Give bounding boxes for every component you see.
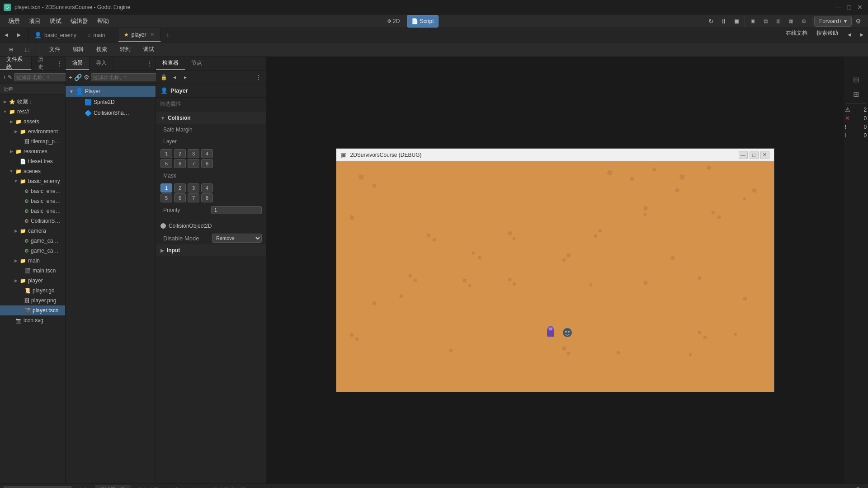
edit-file-btn[interactable]: 在线文档 — [781, 28, 812, 42]
mode-2d-btn[interactable]: ✥ 2D — [380, 15, 407, 28]
menu-help[interactable]: 帮助 — [93, 15, 113, 27]
input-section-header[interactable]: ▶ Input — [156, 244, 266, 256]
mask-btn-3[interactable]: 3 — [188, 183, 199, 192]
tree-collision-s[interactable]: ⚙ CollisionS… — [0, 216, 65, 226]
tree-player-png[interactable]: 🖼 player.png — [0, 296, 65, 305]
tree-icon-svg[interactable]: 📷 icon.svg — [0, 315, 65, 325]
scene-add-link-btn[interactable]: 🔗 — [74, 71, 82, 84]
mask-btn-2[interactable]: 2 — [174, 183, 186, 192]
menu-search-btn[interactable]: 搜索 — [92, 44, 112, 55]
tree-basic-ene3[interactable]: ⚙ basic_ene… — [0, 206, 65, 216]
layer-btn-7[interactable]: 7 — [188, 159, 199, 168]
inspector-filter-input[interactable] — [160, 101, 263, 107]
run-btn[interactable]: Forward+ ▾ — [814, 16, 852, 27]
settings-btn[interactable]: ⚙ — [852, 15, 864, 28]
menu-goto-btn[interactable]: 转到 — [115, 44, 135, 55]
file-new-btn[interactable]: + — [3, 73, 6, 82]
tab-history[interactable]: 历史 — [32, 57, 54, 70]
tab-close-player[interactable]: ✕ — [149, 32, 155, 38]
stop-btn[interactable]: ⏹ — [730, 15, 743, 28]
rp-layout-btn2[interactable]: ⊞ — [848, 87, 864, 101]
scene-panel-menu-btn[interactable]: ⋮ — [143, 57, 156, 70]
menu-file-btn[interactable]: 文件 — [45, 44, 65, 55]
btm-tab-search[interactable]: 搜索结果 — [132, 485, 163, 488]
nav-back-btn[interactable]: ◂ — [0, 28, 13, 41]
insp-menu-btn[interactable]: ⋮ — [254, 72, 264, 82]
run-dropdown-icon[interactable]: ▾ — [844, 18, 847, 24]
tree-game-cam1[interactable]: ⚙ game_ca… — [0, 236, 65, 246]
btm-tab-audio[interactable]: 音频 — [165, 485, 185, 488]
btm-tab-debugger[interactable]: 调试器 3 — [95, 485, 131, 488]
scene-filter-btn[interactable]: ⚙ — [83, 71, 90, 84]
menu-debug-btn[interactable]: 调试 — [139, 44, 159, 55]
collision-section-header[interactable]: ▼ Collision — [156, 112, 266, 124]
menu-edit-btn[interactable]: 编辑 — [68, 44, 88, 55]
rp-layout-btn1[interactable]: ⊟ — [848, 72, 864, 87]
tab-basic-enemy[interactable]: 👤 basic_enemy — [29, 28, 82, 42]
tab-add-btn[interactable]: + — [161, 28, 174, 42]
scene-node-player[interactable]: ▼ 👤 Player — [66, 86, 156, 97]
scene-node-sprite[interactable]: 🟦 Sprite2D — [66, 97, 156, 108]
layer-btn-1[interactable]: 1 — [160, 149, 172, 158]
viewport-wrapper[interactable]: ▣ 2DSurvivorsCourse (DEBUG) — □ ✕ — [267, 57, 843, 483]
mask-btn-4[interactable]: 4 — [201, 183, 213, 192]
tree-main[interactable]: ▶ 📁 main — [0, 256, 65, 266]
tree-main-tscn[interactable]: 🎬 main.tscn — [0, 266, 65, 276]
btm-tab-anim[interactable]: 动画 — [187, 485, 207, 488]
tree-scenes[interactable]: ▼ 📁 scenes — [0, 166, 65, 176]
tree-favorites[interactable]: ▶ ⭐ 收藏： — [0, 97, 65, 107]
layer-btn-2[interactable]: 2 — [174, 149, 186, 158]
mask-btn-8[interactable]: 8 — [201, 193, 213, 202]
tab-main[interactable]: ○ main — [82, 28, 118, 42]
layout-btn5[interactable]: ⊞ — [797, 15, 810, 28]
tab-filesystem[interactable]: 文件系统 — [0, 57, 32, 70]
layer-btn-5[interactable]: 5 — [160, 159, 172, 168]
layout-btn3[interactable]: ▥ — [772, 15, 785, 28]
layer-btn-8[interactable]: 8 — [201, 159, 213, 168]
tree-player-gd[interactable]: 📜 player.gd — [0, 286, 65, 296]
btm-tab-output[interactable]: 输出 — [73, 485, 93, 488]
layer-btn-6[interactable]: 6 — [174, 159, 186, 168]
prev-result-btn[interactable]: ◂ — [843, 28, 855, 41]
tree-environment[interactable]: ▶ 📁 environment — [0, 127, 65, 136]
scene-node-collision[interactable]: 🔷 CollisionSha… — [66, 108, 156, 118]
scene-import-toggle[interactable]: ⬚ — [21, 43, 33, 56]
scene-filter-input[interactable] — [91, 73, 158, 81]
layer-btn-3[interactable]: 3 — [188, 149, 199, 158]
minimize-btn[interactable]: — — [834, 3, 843, 12]
layout-btn4[interactable]: ▦ — [785, 15, 797, 28]
gw-close-btn[interactable]: ✕ — [760, 151, 769, 159]
mask-btn-7[interactable]: 7 — [188, 193, 199, 202]
insp-toggle-lock-btn[interactable]: 🔒 — [159, 72, 169, 82]
mask-btn-1[interactable]: 1 — [160, 183, 172, 192]
tree-assets[interactable]: ▶ 📁 assets — [0, 117, 65, 127]
tree-tileset[interactable]: 📄 tileset.tres — [0, 156, 65, 166]
layer-btn-4[interactable]: 4 — [201, 149, 213, 158]
mask-btn-6[interactable]: 6 — [174, 193, 186, 202]
tree-resources[interactable]: ▶ 📁 resources — [0, 146, 65, 156]
reload-btn[interactable]: ↻ — [705, 15, 717, 28]
tree-basic-enemy[interactable]: ▼ 📁 basic_enemy — [0, 176, 65, 186]
insp-tab-inspector[interactable]: 检查器 — [156, 57, 185, 70]
tree-basic-ene1[interactable]: ⚙ basic_ene… — [0, 186, 65, 196]
nav-fwd-btn[interactable]: ▸ — [13, 28, 25, 41]
close-btn[interactable]: ✕ — [855, 3, 864, 12]
tree-player-tscn[interactable]: 🎬 player.tscn — [0, 305, 65, 315]
message-filter-input[interactable] — [4, 486, 71, 488]
tree-player-folder[interactable]: ▶ 📁 player — [0, 276, 65, 286]
tab-scene[interactable]: 场景 — [66, 57, 90, 70]
maximize-btn[interactable]: □ — [844, 3, 854, 12]
priority-value[interactable]: 1 — [211, 206, 262, 214]
pause-btn[interactable]: ⏸ — [717, 15, 730, 28]
tree-basic-ene2[interactable]: ⚙ basic_ene… — [0, 196, 65, 206]
tree-camera[interactable]: ▶ 📁 camera — [0, 226, 65, 236]
menu-project[interactable]: 项目 — [24, 15, 45, 27]
disable-mode-select[interactable]: Remove Make Static Keep Active — [212, 234, 262, 243]
next-result-btn[interactable]: ▸ — [855, 28, 868, 41]
gw-max-btn[interactable]: □ — [750, 151, 759, 159]
edit-help-btn[interactable]: 搜索帮助 — [812, 28, 843, 42]
bottom-search-btn[interactable]: 🔍 — [854, 485, 864, 488]
insp-tab-node[interactable]: 节点 — [185, 57, 208, 70]
gw-min-btn[interactable]: — — [739, 151, 748, 159]
menu-debug[interactable]: 调试 — [45, 15, 66, 27]
